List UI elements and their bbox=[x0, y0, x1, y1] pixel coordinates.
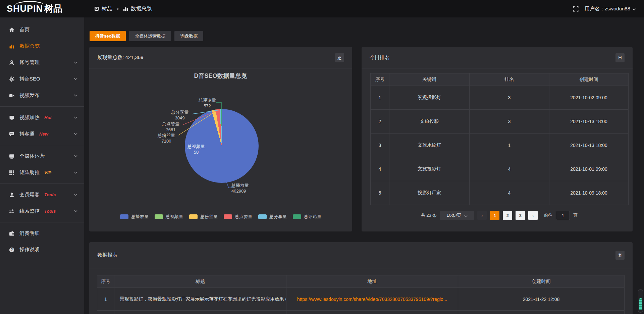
cell-title: 景观投影灯，夜游景观投影灯厂家展示展示落花灯在花园里的灯光投影应用效果 # bbox=[114, 288, 286, 311]
main-content: 抖音seo数据 全媒体运营数据 询盘数据 展现量总数: 421,369 总 D音… bbox=[84, 17, 644, 314]
sidebar-item-video-publish[interactable]: 视频发布 bbox=[0, 87, 84, 104]
col-title: 标题 bbox=[114, 275, 286, 288]
cell-created: 2021-10-13 18:00 bbox=[549, 110, 629, 134]
overview-panel-header: 展现量总数: 421,369 总 bbox=[89, 47, 352, 68]
cell-rank: 4 bbox=[470, 157, 549, 181]
prev-page-button[interactable]: ‹ bbox=[477, 211, 487, 220]
breadcrumb: 树品 > 数据总览 bbox=[94, 5, 152, 12]
sidebar-item-douyin-seo[interactable]: 抖音SEO bbox=[0, 71, 84, 87]
page-button-3[interactable]: 3 bbox=[516, 211, 525, 220]
sidebar-item-omni-media[interactable]: 全媒体运营 bbox=[0, 148, 84, 164]
table-row[interactable]: 5 投影灯厂家 4 2021-10-09 18:00 bbox=[371, 181, 629, 205]
cell-index: 1 bbox=[371, 86, 389, 110]
sidebar-item-video-heat[interactable]: 视频加热 Hot bbox=[0, 109, 84, 126]
report-panel-header: 数据报表 表 bbox=[89, 242, 633, 268]
legend-item-comments[interactable]: 总评论量 bbox=[293, 214, 321, 220]
total-toggle-button[interactable]: 总 bbox=[335, 53, 344, 62]
cell-index bbox=[97, 311, 114, 314]
sidebar-item-matrix-boost[interactable]: 矩阵助推 VIP bbox=[0, 164, 84, 181]
table-row[interactable]: 1 景观投影灯 3 2021-10-02 09:00 bbox=[371, 86, 629, 110]
chat-bubble-icon bbox=[9, 131, 15, 137]
svg-text:?: ? bbox=[11, 248, 13, 252]
chevron-down-icon bbox=[74, 194, 77, 196]
table-row bbox=[97, 311, 625, 314]
next-page-button[interactable]: › bbox=[528, 211, 538, 220]
cell-title bbox=[114, 311, 286, 314]
cell-created: 2021-10-02 09:00 bbox=[549, 86, 629, 110]
home-icon bbox=[9, 27, 15, 33]
table-row[interactable]: 2 文旅投影 3 2021-10-13 18:00 bbox=[371, 110, 629, 134]
ranking-table: 序号 关键词 排名 创建时间 1 景观投影灯 3 2021-10-02 09:0… bbox=[370, 73, 629, 205]
tab-douyin-seo-data[interactable]: 抖音seo数据 bbox=[90, 31, 126, 41]
breadcrumb-root-icon bbox=[94, 6, 99, 11]
sidebar-item-home[interactable]: 首页 bbox=[0, 21, 84, 38]
tools-badge: Tools bbox=[44, 209, 56, 214]
sidebar-item-consumption[interactable]: 消费明细 bbox=[0, 225, 84, 242]
pie-label-comments: 总评论量572 bbox=[194, 97, 221, 109]
scrollbar-track[interactable] bbox=[638, 289, 643, 313]
sidebar-item-label: 抖客通 bbox=[19, 131, 35, 137]
table-row[interactable]: 1 景观投影灯，夜游景观投影灯厂家展示展示落花灯在花园里的灯光投影应用效果 # … bbox=[97, 288, 625, 311]
vip-badge: VIP bbox=[44, 170, 51, 175]
pagination: 共 23 条 10条/页 ‹ 1 2 3 › 前往 页 bbox=[370, 211, 628, 220]
sidebar-item-account[interactable]: 账号管理 bbox=[0, 54, 84, 71]
monitor-icon bbox=[9, 115, 15, 121]
table-toggle-button[interactable]: 表 bbox=[615, 251, 625, 260]
sidebar-item-douketong[interactable]: 抖客通 New bbox=[0, 126, 84, 142]
report-panel-title: 数据报表 bbox=[97, 252, 117, 258]
tab-omni-media-data[interactable]: 全媒体运营数据 bbox=[129, 31, 171, 41]
cell-rank: 3 bbox=[470, 86, 549, 110]
fullscreen-icon[interactable] bbox=[573, 6, 579, 12]
breadcrumb-root[interactable]: 树品 bbox=[102, 5, 112, 12]
cell-keyword: 景观投影灯 bbox=[389, 86, 470, 110]
page-button-2[interactable]: 2 bbox=[503, 211, 512, 220]
new-badge: New bbox=[39, 132, 48, 137]
sidebar-item-label: 消费明细 bbox=[19, 230, 40, 237]
legend-item-fans[interactable]: 总粉丝量 bbox=[189, 214, 218, 220]
pie-label-shares: 总分享量3049 bbox=[166, 109, 194, 121]
day-toggle-button[interactable]: 日 bbox=[615, 53, 625, 62]
pie-label-likes: 总点赞量7681 bbox=[157, 121, 185, 133]
table-row[interactable]: 4 文旅投影灯 4 2021-10-01 09:00 bbox=[371, 157, 629, 181]
breadcrumb-chart-icon bbox=[123, 6, 128, 11]
goto-page-input[interactable] bbox=[556, 211, 570, 220]
chevron-down-icon bbox=[74, 155, 77, 157]
sidebar: 首页 数据总览 账号管理 抖音SEO 视频发布 视频加热 Hot bbox=[0, 17, 84, 314]
sidebar-item-data-overview[interactable]: 数据总览 bbox=[0, 38, 84, 54]
sidebar-item-member-burst[interactable]: 会员爆客 Tools bbox=[0, 187, 84, 203]
question-circle-icon: ? bbox=[9, 247, 15, 253]
legend-swatch bbox=[224, 214, 232, 219]
cell-keyword: 文旅投影 bbox=[389, 110, 470, 134]
sidebar-divider bbox=[0, 184, 84, 184]
ranking-panel: 今日排名 日 序号 关键词 排名 创建时间 1 景观投影灯 3 2021-10-… bbox=[362, 47, 633, 231]
page-unit-label: 页 bbox=[573, 212, 578, 218]
legend-item-shares[interactable]: 总分享量 bbox=[258, 214, 287, 220]
grid-icon bbox=[9, 170, 15, 176]
legend-swatch bbox=[189, 214, 198, 219]
tab-inquiry-data[interactable]: 询盘数据 bbox=[174, 31, 203, 41]
sidebar-item-label: 操作说明 bbox=[19, 247, 40, 253]
table-row[interactable]: 3 文旅水纹灯 1 2021-10-13 18:00 bbox=[371, 134, 629, 157]
chevron-down-icon bbox=[74, 171, 77, 174]
legend-item-likes[interactable]: 总点赞量 bbox=[224, 214, 252, 220]
legend-item-videos[interactable]: 总视频量 bbox=[155, 214, 183, 220]
sidebar-item-lead-monitor[interactable]: 线索监控 Tools bbox=[0, 203, 84, 219]
sidebar-divider bbox=[0, 145, 84, 145]
table-header-row: 序号 关键词 排名 创建时间 bbox=[371, 73, 629, 86]
sidebar-item-instructions[interactable]: ? 操作说明 bbox=[0, 242, 84, 258]
page-size-select[interactable]: 10条/页 bbox=[440, 211, 474, 220]
sidebar-item-label: 视频加热 bbox=[19, 114, 40, 121]
chevron-down-icon bbox=[74, 133, 77, 135]
sidebar-item-label: 视频发布 bbox=[19, 92, 40, 99]
sidebar-item-label: 账号管理 bbox=[19, 59, 40, 66]
app-logo[interactable]: SHUPIN 树品 bbox=[0, 0, 84, 17]
user-menu[interactable]: 用户名：zswodun88 bbox=[585, 6, 636, 12]
page-button-1[interactable]: 1 bbox=[490, 211, 499, 220]
sidebar-divider bbox=[0, 222, 84, 222]
scrollbar-thumb[interactable] bbox=[639, 298, 642, 310]
hot-badge: Hot bbox=[44, 115, 52, 120]
chevron-down-icon bbox=[74, 116, 77, 119]
legend-item-plays[interactable]: 总播放量 bbox=[120, 214, 149, 220]
breadcrumb-separator: > bbox=[116, 6, 119, 11]
cell-url-link[interactable]: https://www.iesdouyin.com/share/video/70… bbox=[286, 288, 458, 311]
